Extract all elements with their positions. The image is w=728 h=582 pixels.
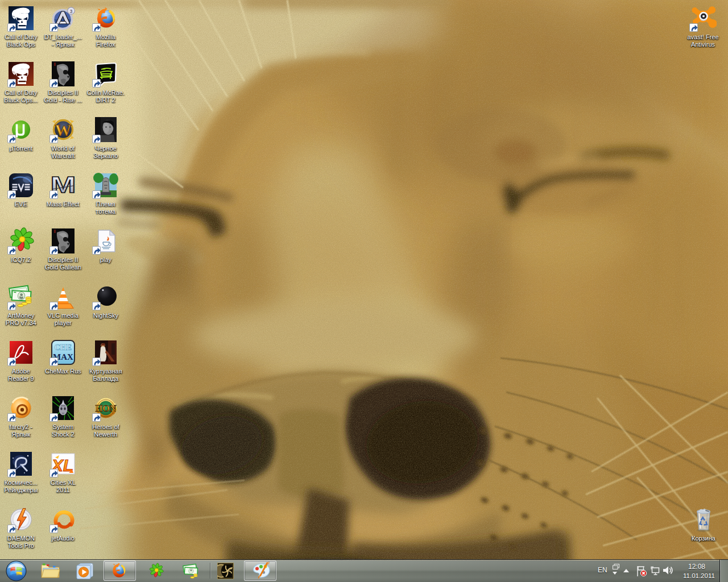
- svg-text:HON: HON: [96, 404, 117, 413]
- svg-text:CHE: CHE: [55, 343, 72, 352]
- svg-text:3: 3: [69, 9, 72, 14]
